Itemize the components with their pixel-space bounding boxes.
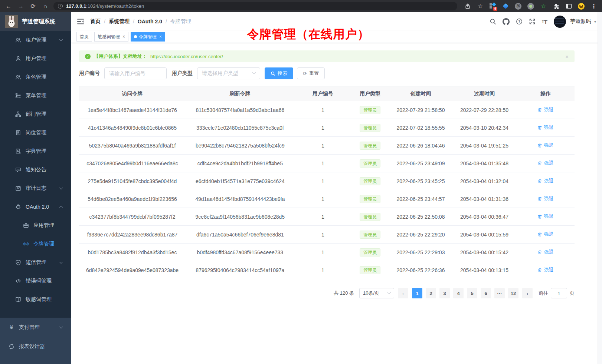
extension-badge-icon[interactable]: 9 — [489, 3, 497, 10]
help-icon[interactable]: ? — [516, 18, 523, 25]
search-button[interactable]: 搜索 — [265, 67, 293, 79]
tab-active[interactable]: 令牌管理× — [131, 32, 165, 42]
user-type-select[interactable]: 请选择用户类型 — [197, 67, 260, 79]
prev-page-button[interactable]: ‹ — [398, 288, 408, 298]
sidebar-collapse-icon[interactable] — [77, 18, 84, 25]
tab-item[interactable]: 敏感词管理× — [94, 32, 128, 42]
browser-home-icon[interactable]: ⌂ — [41, 0, 49, 12]
sidebar-toggle-icon[interactable] — [565, 3, 572, 10]
sidebar-item[interactable]: 短信管理 — [0, 253, 71, 272]
page-button[interactable]: 2 — [426, 288, 436, 298]
tab-item[interactable]: 首页 — [76, 32, 92, 42]
dict-book-icon — [15, 148, 21, 155]
user-type-badge: 管理员 — [360, 231, 380, 239]
tenant-users-icon — [15, 37, 21, 43]
sidebar-item[interactable]: 报表设计器 — [0, 337, 71, 356]
trash-icon — [537, 107, 542, 112]
user-id-input[interactable] — [104, 67, 167, 79]
browser-forward-icon[interactable]: → — [17, 0, 25, 12]
force-logout-button[interactable]: 强退 — [537, 160, 553, 166]
bookmark-star-icon[interactable]: ☆ — [477, 3, 484, 10]
cell-created: 2022-07-02 18:55:55 — [389, 119, 452, 137]
page-button[interactable]: 1 — [412, 288, 422, 298]
top-navbar: 首页/系统管理/OAuth 2.0/令牌管理 ? TT — [71, 12, 602, 31]
reset-button[interactable]: ⟳ 重置 — [297, 67, 325, 79]
force-logout-button[interactable]: 强退 — [537, 267, 553, 273]
profile-emoji-icon[interactable] — [578, 3, 585, 10]
trash-icon — [537, 232, 542, 237]
sidebar-item[interactable]: ¥支付管理 — [0, 318, 71, 337]
fullscreen-icon[interactable] — [529, 18, 536, 25]
cmd-extension-icon[interactable]: ⌘ — [514, 3, 522, 10]
user-name[interactable]: 芋道源码 — [570, 18, 591, 25]
sidebar-item[interactable]: 部门管理 — [0, 105, 71, 123]
cell-action: 强退 — [517, 190, 575, 208]
app-logo[interactable]: 芋道管理系统 — [0, 12, 71, 31]
alert-close-icon[interactable]: × — [565, 54, 569, 59]
sidebar-item[interactable]: 错误码管理 — [0, 272, 71, 290]
sidebar-item[interactable]: 岗位管理 — [0, 123, 71, 142]
tab-close-icon[interactable]: × — [159, 34, 162, 39]
page-button[interactable]: 6 — [481, 288, 491, 298]
sidebar-item[interactable]: OAuth 2.0 — [0, 198, 71, 216]
breadcrumb-item[interactable]: OAuth 2.0 — [138, 19, 162, 24]
force-logout-button[interactable]: 强退 — [537, 142, 553, 149]
font-size-icon[interactable]: TT — [542, 19, 547, 25]
alert-doc-link[interactable]: https://doc.iocoder.cn/user-center/ — [150, 54, 223, 59]
sidebar-item[interactable]: 租户管理 — [0, 31, 71, 49]
sidebar-item[interactable]: A令牌管理 — [0, 235, 71, 253]
cell-user-type: 管理员 — [351, 244, 389, 261]
trash-icon — [537, 143, 542, 148]
gem-extension-icon[interactable] — [502, 3, 509, 10]
force-logout-button[interactable]: 强退 — [537, 231, 553, 238]
green-star-extension-icon[interactable]: ☆ — [540, 3, 547, 10]
table-row: b0d1785bc3a8482f812db4a3f3bd15ecb0df4980… — [79, 244, 575, 261]
page-button[interactable]: 4 — [453, 288, 464, 298]
sidebar-item[interactable]: 敏感词管理 — [0, 290, 71, 309]
page-size-select[interactable]: 10条/页 — [359, 288, 394, 298]
browser-reload-icon[interactable]: ⟳ — [29, 0, 37, 12]
puzzle-extensions-icon[interactable] — [552, 3, 560, 10]
page-button[interactable]: 12 — [508, 288, 518, 298]
force-logout-button[interactable]: 强退 — [537, 195, 553, 202]
cell-refresh: 9ce8ef2aa9f14056b831ae9b608e28d5 — [186, 208, 295, 226]
force-logout-button[interactable]: 强退 — [537, 249, 553, 255]
cell-created: 2022-06-26 18:04:46 — [389, 137, 452, 155]
page-button[interactable]: 3 — [439, 288, 450, 298]
force-logout-button[interactable]: 强退 — [537, 178, 553, 184]
sidebar-item[interactable]: 用户管理 — [0, 49, 71, 68]
errcode-icon — [15, 278, 21, 284]
goto-page-input[interactable] — [551, 288, 567, 298]
breadcrumb-item[interactable]: 系统管理 — [109, 18, 130, 25]
table-row: 6d842e2924594de9a09e45e087323abe8796295f… — [79, 261, 575, 279]
next-page-button[interactable]: › — [522, 288, 533, 298]
force-logout-button[interactable]: 强退 — [537, 213, 553, 220]
sidebar-item[interactable]: 菜单管理 — [0, 86, 71, 105]
site-info-icon[interactable]: i — [58, 4, 63, 9]
address-bar[interactable]: i 127.0.0.1:1024/system/oauth2/token — [53, 2, 457, 10]
github-icon[interactable] — [503, 18, 510, 25]
force-logout-button[interactable]: 强退 — [537, 124, 553, 131]
browser-back-icon[interactable]: ← — [4, 0, 13, 12]
scrollbar-track[interactable] — [598, 12, 602, 364]
chevron-down-icon[interactable]: ▾ — [594, 20, 596, 24]
svg-text:?: ? — [518, 19, 520, 23]
url-host: 127.0.0.1 — [66, 3, 86, 9]
cell-created: 2022-06-25 22:26:36 — [389, 261, 452, 279]
avatar[interactable] — [554, 16, 566, 28]
search-icon[interactable] — [490, 18, 496, 25]
page-ellipsis-button[interactable]: ··· — [494, 288, 505, 298]
force-logout-button[interactable]: 强退 — [537, 106, 553, 113]
dot-extension-icon[interactable] — [527, 3, 534, 10]
sidebar-item[interactable]: 字典管理 — [0, 142, 71, 161]
sidebar-item[interactable]: 审计日志 — [0, 179, 71, 198]
sidebar-item[interactable]: 应用管理 — [0, 216, 71, 235]
cell-action: 强退 — [517, 244, 575, 261]
tab-close-icon[interactable]: × — [122, 34, 125, 39]
page-button[interactable]: 5 — [467, 288, 477, 298]
sidebar-item[interactable]: 通知公告 — [0, 161, 71, 179]
share-icon[interactable] — [464, 3, 471, 10]
browser-menu-icon[interactable]: ⋮ — [590, 3, 598, 10]
sidebar-item[interactable]: 角色管理 — [0, 68, 71, 86]
breadcrumb-item[interactable]: 首页 — [90, 18, 101, 25]
